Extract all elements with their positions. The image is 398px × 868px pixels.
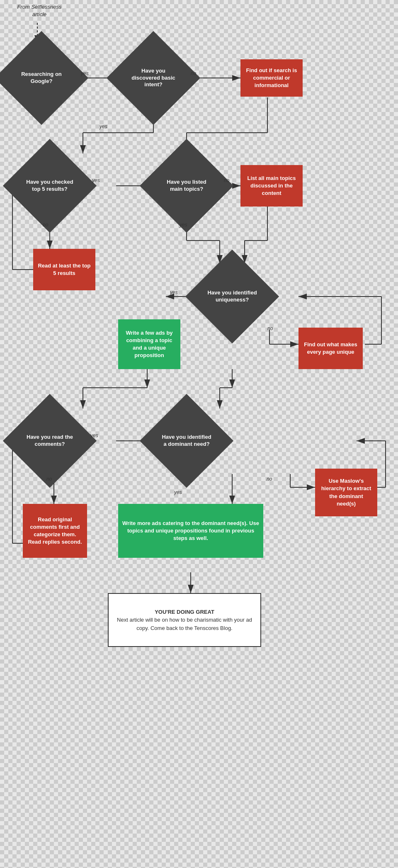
- listed-topics-label: Have you listedmain topics?: [153, 153, 220, 219]
- find-commercial-box: Find out if search is commercial or info…: [240, 59, 303, 97]
- write-ads-box: Write a few ads by combining a topic and…: [118, 319, 180, 369]
- yes-label-6: yes: [90, 433, 98, 438]
- conclusion-title: YOU'RE DOING GREAT: [155, 609, 214, 615]
- conclusion-box: YOU'RE DOING GREAT Next article will be …: [108, 593, 261, 647]
- list-topics-box: List all main topics discussed in the co…: [240, 165, 303, 207]
- read-top5-box: Read at least the top 5 results: [33, 249, 95, 290]
- yes-label-2: yes: [100, 124, 107, 129]
- yes-label-4: yes: [180, 222, 187, 228]
- yes-label-7: yes: [174, 489, 182, 495]
- basic-intent-label: Have youdiscovered basicintent?: [120, 45, 187, 111]
- read-comments-label: Have you read thecomments?: [17, 408, 83, 474]
- conclusion-text: Next article will be on how to be charis…: [117, 617, 252, 631]
- no-label-1: no: [191, 71, 196, 76]
- maslow-box: Use Maslow's hierarchy to extract the do…: [315, 469, 377, 516]
- write-more-ads-box: Write more ads catering to the dominant …: [118, 504, 263, 558]
- no-label-5: no: [267, 476, 272, 482]
- checked-top5-label: Have you checkedtop 5 results?: [17, 153, 83, 219]
- no-label-2: no: [224, 177, 229, 183]
- no-label-6: no: [46, 476, 52, 482]
- yes-label-3: yes: [92, 177, 100, 183]
- no-label-4: no: [267, 326, 273, 331]
- find-unique-box: Find out what makes every page unique: [298, 328, 363, 369]
- yes-label-1: yes: [81, 71, 89, 76]
- no-label-3: no: [43, 222, 48, 228]
- researching-label: Researching onGoogle?: [8, 45, 75, 111]
- yes-label-5: yes: [170, 289, 178, 295]
- dominant-need-label: Have you identifieda dominant need?: [153, 408, 220, 474]
- source-label: From Selflessness article: [12, 3, 66, 18]
- read-original-box: Read original comments first and categor…: [23, 504, 87, 558]
- uniqueness-label: Have you identifieduniqueness?: [199, 263, 265, 330]
